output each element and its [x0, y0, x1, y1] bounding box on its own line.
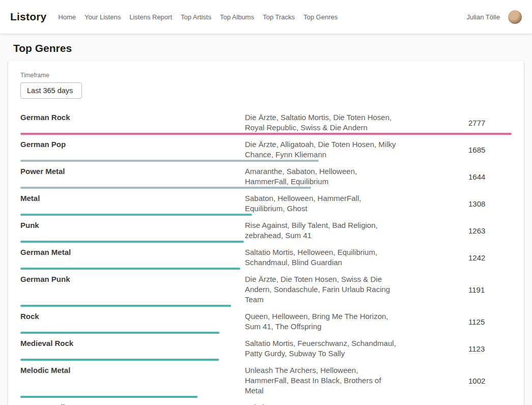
genre-count: 1644 — [468, 172, 485, 181]
genre-row: Metal Sabaton, Helloween, HammerFall, Eq… — [20, 189, 512, 216]
nav-link-top-genres[interactable]: Top Genres — [303, 13, 338, 21]
top-genres-card: Timeframe Last 365 days German Rock Die … — [8, 61, 524, 405]
genre-bar — [20, 160, 319, 162]
nav-link-listens-report[interactable]: Listens Report — [129, 13, 172, 21]
genre-row: German Rock Die Ärzte, Saltatio Mortis, … — [20, 108, 512, 135]
genre-count: 2777 — [468, 119, 485, 127]
user-avatar[interactable] — [508, 10, 522, 24]
nav-link-home[interactable]: Home — [58, 13, 76, 21]
genre-artists: Sabaton, Helloween, HammerFall, Equilibr… — [245, 193, 398, 214]
nav-link-top-artists[interactable]: Top Artists — [181, 13, 211, 21]
app-logo[interactable]: Listory — [10, 11, 46, 23]
timeframe-select[interactable]: Last 365 days — [20, 82, 82, 99]
genre-count: 1002 — [468, 377, 485, 385]
app-header: Listory HomeYour ListensListens ReportTo… — [0, 0, 532, 34]
genre-bar — [20, 268, 240, 270]
genre-name: German Rock — [20, 112, 245, 123]
genre-name: Punk — [20, 220, 245, 230]
genre-row: Rock Queen, Helloween, Bring Me The Hori… — [20, 307, 512, 334]
genre-name: German Pop — [20, 139, 245, 150]
genre-artists: Bukahara, Käptn Peng, KYTES, Von Wegen L… — [245, 402, 398, 405]
genre-count: 1308 — [468, 199, 485, 208]
genre-count: 1123 — [468, 344, 485, 353]
main-content: Top Genres Timeframe Last 365 days Germa… — [0, 34, 532, 405]
genre-list: German Rock Die Ärzte, Saltatio Mortis, … — [20, 108, 512, 405]
genre-count: 1263 — [468, 226, 485, 235]
user-name[interactable]: Julian Tölle — [466, 13, 500, 21]
genre-artists: Queen, Helloween, Bring Me The Horizon, … — [245, 311, 398, 332]
genre-artists: Die Ärzte, Die Toten Hosen, Swiss & Die … — [245, 274, 398, 305]
genre-name: Power Metal — [20, 166, 245, 177]
genre-row: Power Metal Amaranthe, Sabaton, Hellowee… — [20, 162, 512, 189]
genre-name: German Punk — [20, 274, 245, 284]
genre-bar — [20, 305, 231, 307]
genre-count: 1242 — [468, 253, 485, 262]
genre-artists: Amaranthe, Sabaton, Helloween, HammerFal… — [245, 166, 398, 187]
genre-artists: Die Ärzte, Alligatoah, Die Toten Hosen, … — [245, 139, 398, 160]
genre-count: 1191 — [468, 285, 485, 294]
genre-name: Medieval Rock — [20, 338, 245, 349]
genre-bar — [20, 359, 219, 361]
genre-bar — [20, 214, 252, 216]
genre-count: 1685 — [468, 146, 485, 154]
genre-name: Melodic Metal — [20, 365, 245, 375]
genre-row: German Pop Die Ärzte, Alligatoah, Die To… — [20, 135, 512, 162]
genre-artists: Saltatio Mortis, Helloween, Equilibrium,… — [245, 247, 398, 268]
genre-row: German Punk Die Ärzte, Die Toten Hosen, … — [20, 270, 512, 307]
timeframe-label: Timeframe — [20, 72, 512, 79]
genre-row: Medieval Rock Saltatio Mortis, Feuerschw… — [20, 334, 512, 361]
genre-row: Melodic Metal Unleash The Archers, Hello… — [20, 361, 512, 398]
genre-bar — [20, 396, 198, 398]
genre-name: German Indie — [20, 402, 245, 405]
genre-artists: Die Ärzte, Saltatio Mortis, Die Toten Ho… — [245, 112, 398, 133]
genre-bar — [20, 241, 244, 243]
genre-bar — [20, 332, 219, 334]
genre-name: Metal — [20, 193, 245, 204]
genre-name: German Metal — [20, 247, 245, 257]
main-nav: HomeYour ListensListens ReportTop Artist… — [58, 13, 338, 21]
genre-artists: Saltatio Mortis, Feuerschwanz, Schandmau… — [245, 338, 398, 359]
genre-row: German Metal Saltatio Mortis, Helloween,… — [20, 243, 512, 270]
genre-count: 1125 — [468, 317, 485, 326]
genre-bar — [20, 187, 311, 189]
genre-bar — [20, 133, 512, 135]
genre-name: Rock — [20, 311, 245, 322]
genre-artists: Unleash The Archers, Helloween, HammerFa… — [245, 365, 398, 396]
timeframe-selected-value: Last 365 days — [27, 86, 73, 95]
genre-row: German Indie Bukahara, Käptn Peng, KYTES… — [20, 398, 512, 405]
genre-artists: Rise Against, Billy Talent, Bad Religion… — [245, 220, 398, 241]
genre-row: Punk Rise Against, Billy Talent, Bad Rel… — [20, 216, 512, 243]
page-title: Top Genres — [13, 42, 524, 54]
nav-link-top-albums[interactable]: Top Albums — [220, 13, 254, 21]
nav-link-top-tracks[interactable]: Top Tracks — [263, 13, 295, 21]
nav-link-your-listens[interactable]: Your Listens — [85, 13, 121, 21]
